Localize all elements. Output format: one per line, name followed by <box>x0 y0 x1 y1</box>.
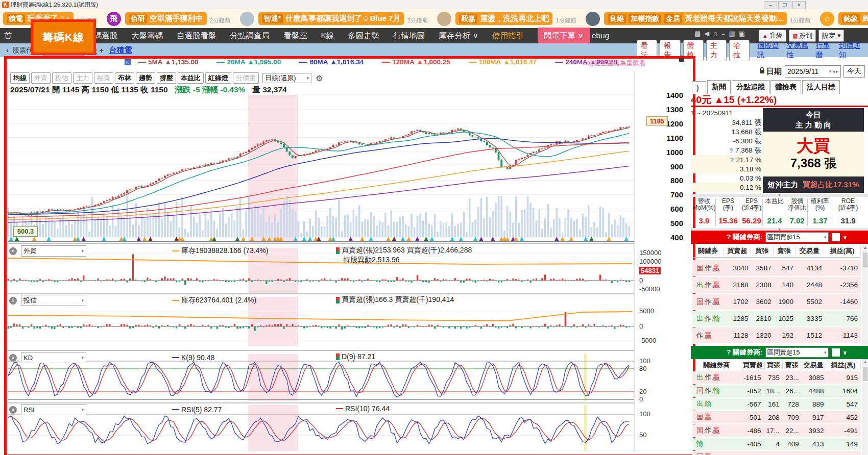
broker-sell-select[interactable]: 區間賣超15▾ <box>765 347 829 358</box>
broker-sell-row[interactable]: 国,作,贏-48617...22...3932-491 <box>692 424 861 437</box>
user-avatar[interactable]: ☺ <box>820 12 834 26</box>
close-button[interactable]: ✕ <box>792 1 806 9</box>
broker-sell-row[interactable]: 出,作,贏-161573523...3085915 <box>692 371 861 384</box>
chart-btn-投信[interactable]: 投信 <box>52 72 71 84</box>
broker-sell-row[interactable]: 出,輸-567161728889547 <box>692 398 861 411</box>
menubar-icon[interactable]: ▥ <box>729 30 735 37</box>
tab-分點追蹤[interactable]: 分點追蹤 <box>732 80 769 94</box>
menu-item-1[interactable]: 碼選股 <box>94 31 118 41</box>
scroll-up-icon[interactable]: ▲ <box>862 360 868 364</box>
menu-item-2[interactable]: 大盤籌碼 <box>131 31 163 41</box>
chart-btn-外資[interactable]: 外資 <box>31 72 51 84</box>
broker-sell-row[interactable]: 輸-4054409413149 <box>692 438 861 450</box>
user-avatar[interactable] <box>437 12 451 26</box>
panel-select-rsi[interactable]: RSI▾ <box>21 404 86 415</box>
menubar-icon[interactable]: ∩ <box>713 30 717 37</box>
minimize-button[interactable]: ─ <box>764 1 777 9</box>
chevron-collapse-icon[interactable]: ∨ <box>843 349 848 356</box>
annotation-highlight-chip-kline[interactable]: 籌碼K線 <box>31 19 96 55</box>
chevron-collapse-icon[interactable]: ∨ <box>843 234 848 241</box>
collapse-strip[interactable]: ▼ <box>691 194 868 197</box>
maximize-button[interactable]: ❐ <box>778 1 791 9</box>
today-button[interactable]: 今天 <box>843 65 865 78</box>
menu-item-9[interactable]: 庫存分析 ∨ <box>439 31 478 41</box>
chat-badge[interactable]: 佰研空單滿手獲利中 <box>125 12 207 25</box>
menu-item-0[interactable]: 首 <box>4 31 12 41</box>
grid-icon[interactable] <box>832 233 840 241</box>
broker-sell-row[interactable]: 国,贏-3442385828208... <box>692 451 861 455</box>
close-icon[interactable]: × <box>9 354 17 362</box>
chat-badge[interactable]: 良維加權指數金居黃老照每天都說隔天要發動... <box>604 12 787 25</box>
chart-btn-分價量[interactable]: 分價量 <box>233 72 259 84</box>
broker-sell-scrollbar[interactable]: ▲ <box>862 359 868 455</box>
stock-link-到價通知[interactable]: 到價通知 <box>839 41 863 60</box>
grid-icon[interactable] <box>832 348 840 357</box>
chart-btn-趨勢[interactable]: 趨勢 <box>136 72 155 84</box>
broker-buy-row[interactable]: 出,作,輸1285231010253335-766 <box>692 311 861 327</box>
broker-buy-select[interactable]: 區間買超15▾ <box>765 232 829 242</box>
close-icon[interactable]: × <box>9 297 17 305</box>
chart-btn-本益比[interactable]: 本益比 <box>178 72 204 84</box>
menu-item-6[interactable]: K線 <box>321 31 334 41</box>
menubar-icon[interactable]: ◒ <box>721 30 726 37</box>
broker-buy-row[interactable]: 国,作,贏304035875474134-3710 <box>692 260 861 276</box>
user-avatar[interactable]: 飛 <box>107 12 121 26</box>
menu-item-5[interactable]: 看盤室 <box>283 31 307 41</box>
chart-btn-均線[interactable]: 均線 <box>10 72 30 84</box>
menubar-icon[interactable]: ▣ <box>739 30 745 37</box>
stock-btn-主力[interactable]: 主力 <box>706 40 727 61</box>
broker-buy-row[interactable]: 出,作,贏216823081402448-2356 <box>692 277 861 293</box>
user-avatar[interactable] <box>240 12 254 26</box>
chat-badge[interactable]: 鈊象終於輪到大象了吧 <box>838 12 868 25</box>
date-input[interactable]: 2025/9/11▾ ◂ ▸ <box>785 65 841 78</box>
menu-item-4[interactable]: 分點調查局 <box>230 31 270 41</box>
help-icon[interactable]: ? <box>729 147 733 155</box>
stock-btn-哈拉[interactable]: 哈拉 <box>729 40 750 61</box>
chat-badge[interactable]: 智通*什麼鳥事都讓我遇到了☺Blue 7月 <box>258 12 404 25</box>
panel-select-trust[interactable]: 投信▾ <box>21 295 86 306</box>
broker-buy-row[interactable]: 作,贏112813201921512-1143 <box>692 327 861 344</box>
gear-icon[interactable]: ⚙ <box>316 73 323 83</box>
stock-name-link[interactable]: 台積電 <box>109 45 132 55</box>
user-avatar[interactable] <box>586 12 600 26</box>
broker-buy-row[interactable]: 国,作,贏1702360219005502-1460 <box>692 294 861 310</box>
chart-btn-撐壓[interactable]: 撐壓 <box>157 72 176 84</box>
scroll-up-icon[interactable]: ▲ <box>862 245 868 250</box>
panel-axis-tick: 0 <box>639 322 643 330</box>
menu-item-11[interactable]: 閃電下單 ∨ <box>538 28 590 44</box>
menubar-icon[interactable]: ◀ <box>704 30 709 37</box>
chart-btn-紅綠燈[interactable]: 紅綠燈 <box>205 72 231 84</box>
menu-item-10[interactable]: 使用指引 <box>492 31 524 41</box>
tab-法人目標[interactable]: 法人目標 <box>802 80 840 94</box>
chart-btn-主力[interactable]: 主力 <box>73 72 92 84</box>
chat-badge-tag: 積電 <box>7 14 25 23</box>
scroll-thumb[interactable] <box>863 367 867 381</box>
back-icon[interactable]: ‹ <box>6 46 8 54</box>
menu-item-3[interactable]: 自選股看盤 <box>177 31 216 41</box>
chart-btn-融資[interactable]: 融資 <box>94 72 113 84</box>
period-select[interactable]: 日線(還原)▾ <box>262 73 311 83</box>
tab-體檢表[interactable]: 體檢表 <box>770 80 801 94</box>
menubar-icon[interactable]: ▤ <box>694 30 701 37</box>
broker-sell-row[interactable]: 国,贏-501208709917452 <box>692 411 861 424</box>
tab-partial[interactable]: ) <box>692 81 706 94</box>
chart-btn-布林[interactable]: 布林 <box>115 72 134 84</box>
date-nav-icons[interactable]: ▾ ◂ ▸ <box>829 69 838 74</box>
menu-item-7[interactable]: 多圖走勢 <box>348 31 379 41</box>
close-icon[interactable]: × <box>9 247 17 255</box>
panel-select-kd[interactable]: KD▾ <box>21 352 86 363</box>
stock-link-行事曆[interactable]: 行事曆 <box>816 41 834 60</box>
stock-link-交易屬性[interactable]: 交易屬性 <box>786 41 810 60</box>
add-stock-icon[interactable]: ＋ <box>98 46 105 55</box>
tab-新聞[interactable]: 新聞 <box>707 80 731 94</box>
panel-select-foreign[interactable]: 外資▾ <box>21 245 86 257</box>
broker-buy-scrollbar[interactable]: ▲ <box>862 245 868 345</box>
chat-badge[interactable]: 毅嘉震盪，洗洗再北上吧 <box>455 12 552 25</box>
menu-item-12[interactable]: ebug <box>592 31 609 40</box>
broker-sell-row[interactable]: 国,作,輸-85218...26...44881604 <box>692 385 861 397</box>
help-icon[interactable]: ? <box>730 156 734 164</box>
close-icon[interactable]: × <box>9 406 17 414</box>
stock-link-個股資訊[interactable]: 個股資訊 <box>757 41 781 60</box>
menu-item-8[interactable]: 行情地圖 <box>393 31 425 41</box>
scroll-thumb[interactable] <box>863 252 867 267</box>
